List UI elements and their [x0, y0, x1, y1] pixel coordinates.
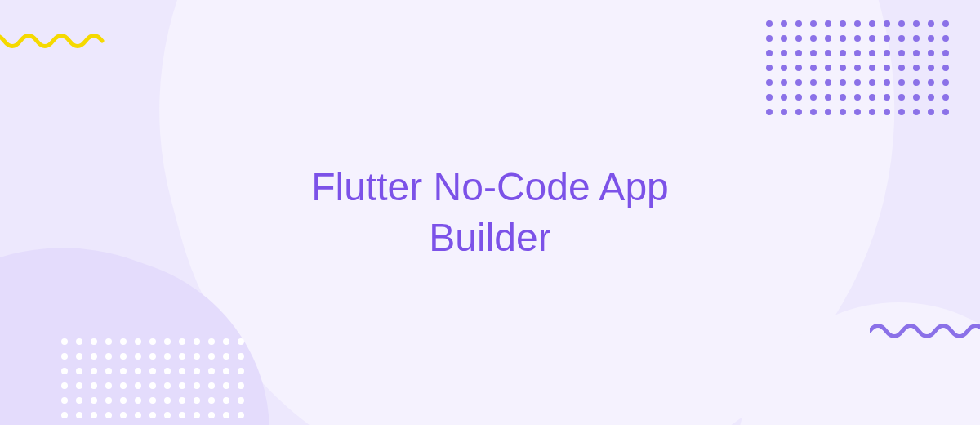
dot-grid-white-icon: [61, 338, 244, 425]
wavy-line-yellow-icon: [0, 29, 110, 53]
hero-title: Flutter No-Code App Builder: [245, 162, 735, 264]
wavy-line-purple-icon: [870, 319, 980, 343]
dot-grid-purple-icon: [766, 20, 949, 115]
